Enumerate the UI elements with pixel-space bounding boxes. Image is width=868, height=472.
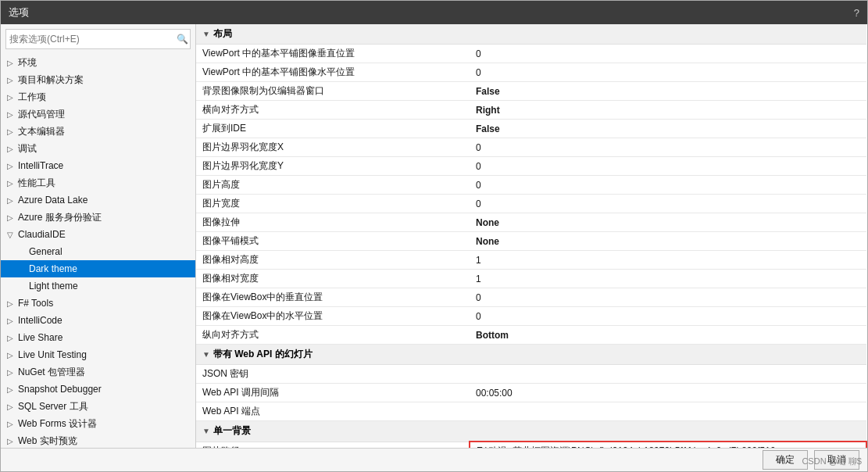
prop-name: 背景图像限制为仅编辑器窗口 — [196, 82, 470, 101]
options-dialog: 选项 ? 🔍 ▷环境▷项目和解决方案▷工作项▷源代码管理▷文本编辑器▷调试▷In… — [0, 0, 868, 472]
tree-item-snapshot[interactable]: ▷Snapshot Debugger — [1, 381, 195, 398]
prop-name: 扩展到IDE — [196, 120, 470, 138]
tree-item-proj[interactable]: ▷项目和解决方案 — [1, 71, 195, 88]
prop-value: 1 — [470, 270, 866, 288]
section-header-layout[interactable]: ▼布局 — [196, 24, 866, 45]
prop-value — [470, 402, 866, 421]
main-content: 🔍 ▷环境▷项目和解决方案▷工作项▷源代码管理▷文本编辑器▷调试▷Intelli… — [1, 24, 867, 448]
tree-label-azureauth: Azure 服务身份验证 — [18, 211, 102, 224]
tree-item-webforms[interactable]: ▷Web Forms 设计器 — [1, 415, 195, 432]
prop-row[interactable]: 图片高度0 — [196, 176, 866, 195]
title-bar: 选项 ? — [1, 1, 867, 24]
search-icon: 🔍 — [174, 31, 190, 47]
prop-name: 纵向对齐方式 — [196, 326, 470, 345]
prop-row[interactable]: 横向对齐方式Right — [196, 101, 866, 120]
tree-item-liveshare[interactable]: ▷Live Share — [1, 329, 195, 346]
tree-label-nuget: NuGet 包管理器 — [18, 366, 85, 379]
tree-item-src[interactable]: ▷源代码管理 — [1, 105, 195, 123]
prop-row[interactable]: Web API 端点 — [196, 402, 866, 421]
search-input[interactable] — [6, 34, 174, 45]
prop-row[interactable]: 图片边界羽化宽度Y0 — [196, 157, 866, 176]
left-panel: 🔍 ▷环境▷项目和解决方案▷工作项▷源代码管理▷文本编辑器▷调试▷Intelli… — [1, 24, 196, 448]
prop-row[interactable]: 图像相对高度1 — [196, 251, 866, 270]
prop-value: E:\动漫+花儿框图资源\PNG\efbd2124ab18972b5f1fdac… — [470, 442, 866, 448]
tree-item-fsharp[interactable]: ▷F# Tools — [1, 295, 195, 312]
tree-item-darktheme[interactable]: Dark theme — [1, 260, 195, 277]
tree-item-webpreview[interactable]: ▷Web 实时预览 — [1, 432, 195, 448]
tree-arrow-perf: ▷ — [7, 179, 18, 188]
tree-label-darktheme: Dark theme — [29, 263, 77, 274]
tree-label-env: 环境 — [18, 56, 37, 70]
tree-item-env[interactable]: ▷环境 — [1, 54, 195, 71]
tree-label-snapshot: Snapshot Debugger — [18, 384, 102, 395]
prop-row[interactable]: 纵向对齐方式Bottom — [196, 326, 866, 345]
tree-item-debug[interactable]: ▷调试 — [1, 140, 195, 157]
tree-item-azureauth[interactable]: ▷Azure 服务身份验证 — [1, 209, 195, 226]
ok-button[interactable]: 确定 — [763, 450, 808, 470]
section-header-singlebg[interactable]: ▼单一背景 — [196, 421, 866, 442]
tree-label-azuredl: Azure Data Lake — [18, 195, 88, 206]
tree-arrow-fsharp: ▷ — [7, 299, 18, 308]
watermark: CSDN @哒 聊$ — [802, 456, 862, 467]
prop-row[interactable]: 扩展到IDEFalse — [196, 120, 866, 138]
prop-row[interactable]: 图像在ViewBox中的垂直位置0 — [196, 288, 866, 307]
tree-label-liveshare: Live Share — [18, 332, 63, 343]
tree-label-claudia: ClaudiaIDE — [18, 229, 66, 240]
prop-name: 图片边界羽化宽度Y — [196, 157, 470, 176]
tree-arrow-intellicode: ▷ — [7, 316, 18, 325]
prop-row[interactable]: Web API 调用间隔00:05:00 — [196, 384, 866, 402]
tree-arrow-webforms: ▷ — [7, 420, 18, 428]
prop-value: None — [470, 213, 866, 232]
prop-row[interactable]: 图片宽度0 — [196, 195, 866, 213]
tree-label-intellicode: IntelliCode — [18, 315, 63, 326]
prop-name: ViewPort 中的基本平铺图像垂直位置 — [196, 45, 470, 63]
prop-name: 图像平铺模式 — [196, 232, 470, 251]
prop-name: 图片高度 — [196, 176, 470, 195]
prop-row[interactable]: 图像在ViewBox中的水平位置0 — [196, 307, 866, 326]
tree-item-texted[interactable]: ▷文本编辑器 — [1, 123, 195, 140]
help-button[interactable]: ? — [854, 7, 859, 19]
tree-arrow-work: ▷ — [7, 93, 18, 102]
tree-item-intellitrace[interactable]: ▷IntelliTrace — [1, 157, 195, 174]
prop-row[interactable]: JSON 密钥 — [196, 365, 866, 384]
prop-value: 0 — [470, 195, 866, 213]
tree-item-general[interactable]: General — [1, 243, 195, 260]
prop-row[interactable]: ViewPort 中的基本平铺图像垂直位置0 — [196, 45, 866, 63]
tree-item-work[interactable]: ▷工作项 — [1, 88, 195, 105]
prop-value: False — [470, 82, 866, 101]
tree-item-azuredl[interactable]: ▷Azure Data Lake — [1, 191, 195, 209]
right-panel: ▼布局ViewPort 中的基本平铺图像垂直位置0ViewPort 中的基本平铺… — [196, 24, 867, 448]
prop-value: 0 — [470, 176, 866, 195]
prop-row[interactable]: ViewPort 中的基本平铺图像水平位置0 — [196, 63, 866, 82]
tree-item-claudia[interactable]: ▽ClaudiaIDE — [1, 226, 195, 243]
prop-name: Web API 调用间隔 — [196, 384, 470, 402]
prop-value: False — [470, 120, 866, 138]
tree-arrow-snapshot: ▷ — [7, 385, 18, 394]
prop-row[interactable]: 图像拉伸None — [196, 213, 866, 232]
prop-name: 横向对齐方式 — [196, 101, 470, 120]
prop-row[interactable]: 图像相对宽度1 — [196, 270, 866, 288]
tree-label-liveunit: Live Unit Testing — [18, 349, 87, 360]
prop-row[interactable]: 背景图像限制为仅编辑器窗口False — [196, 82, 866, 101]
tree-arrow-intellitrace: ▷ — [7, 162, 18, 170]
tree-item-intellicode[interactable]: ▷IntelliCode — [1, 312, 195, 329]
prop-value: 1 — [470, 251, 866, 270]
prop-name: Web API 端点 — [196, 402, 470, 421]
tree-item-nuget[interactable]: ▷NuGet 包管理器 — [1, 363, 195, 381]
tree-item-lighttheme[interactable]: Light theme — [1, 277, 195, 295]
prop-row[interactable]: 图片路径E:\动漫+花儿框图资源\PNG\efbd2124ab18972b5f1… — [196, 442, 866, 448]
tree-item-perf[interactable]: ▷性能工具 — [1, 174, 195, 191]
tree-arrow-proj: ▷ — [7, 76, 18, 84]
section-header-webapi[interactable]: ▼带有 Web API 的幻灯片 — [196, 345, 866, 365]
tree-item-liveunit[interactable]: ▷Live Unit Testing — [1, 346, 195, 363]
prop-row[interactable]: 图像平铺模式None — [196, 232, 866, 251]
prop-name: 图像拉伸 — [196, 213, 470, 232]
section-arrow-webapi: ▼ — [202, 350, 210, 359]
prop-row[interactable]: 图片边界羽化宽度X0 — [196, 138, 866, 157]
prop-name: 图像在ViewBox中的垂直位置 — [196, 288, 470, 307]
tree-item-sqlserver[interactable]: ▷SQL Server 工具 — [1, 398, 195, 415]
search-box[interactable]: 🔍 — [5, 29, 191, 49]
prop-value: 0 — [470, 63, 866, 82]
prop-name: 图像在ViewBox中的水平位置 — [196, 307, 470, 326]
tree-label-lighttheme: Light theme — [29, 281, 78, 291]
